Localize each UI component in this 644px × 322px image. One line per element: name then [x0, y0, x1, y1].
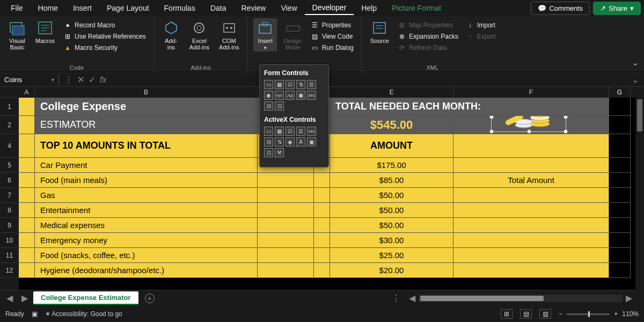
form-label-control[interactable]: xyz	[275, 91, 284, 100]
cell-item[interactable]: Medical expenses	[35, 218, 258, 233]
zoom-in-button[interactable]: +	[614, 310, 618, 318]
addins-button[interactable]: Add- ins	[159, 18, 183, 52]
page-layout-button[interactable]: ▤	[520, 309, 532, 319]
view-code-button[interactable]: ▤View Code	[309, 32, 356, 41]
fx-icon[interactable]: fx	[100, 75, 106, 85]
cell[interactable]	[19, 173, 35, 188]
coins-image[interactable]	[502, 116, 561, 134]
form-combo2-control[interactable]: ⊟	[264, 101, 273, 111]
cancel-icon[interactable]: ✕	[77, 75, 84, 85]
cell[interactable]	[314, 188, 330, 203]
form-edit-control[interactable]: ab|	[307, 91, 316, 100]
cell[interactable]	[453, 158, 609, 173]
enter-icon[interactable]: ✓	[89, 75, 96, 85]
cell[interactable]	[314, 233, 330, 248]
cell-amount[interactable]: $50.00	[330, 188, 453, 203]
cell[interactable]	[453, 134, 609, 158]
cell[interactable]	[609, 116, 631, 134]
cell[interactable]	[609, 158, 631, 173]
menu-help[interactable]: Help	[354, 2, 384, 14]
cell[interactable]	[453, 188, 609, 203]
form-option-control[interactable]: ◉	[264, 91, 273, 100]
ax-spin-control[interactable]: ⇅	[275, 137, 284, 147]
macros-button[interactable]: Macros	[32, 18, 58, 45]
menu-insert[interactable]: Insert	[65, 2, 99, 14]
cell-amount[interactable]: $85.00	[330, 173, 453, 188]
ax-option-control[interactable]: ◉	[286, 137, 295, 147]
cell[interactable]	[19, 263, 35, 278]
cell-item[interactable]: Food (snacks, coffee, etc.)	[35, 248, 258, 263]
formula-input[interactable]	[112, 73, 626, 86]
cell-amount[interactable]: $50.00	[330, 218, 453, 233]
macro-record-icon[interactable]: ▣	[32, 310, 38, 318]
zoom-out-button[interactable]: −	[559, 310, 562, 318]
tab-nav-next[interactable]: ▶	[18, 293, 31, 303]
cell-amount[interactable]: $30.00	[330, 233, 453, 248]
cell[interactable]	[314, 203, 330, 218]
zoom-slider[interactable]	[567, 313, 610, 315]
row-header[interactable]: 12	[0, 263, 19, 278]
form-groupbox-control[interactable]: ▣	[296, 91, 305, 100]
cell-estimator[interactable]: ESTIMATOR	[35, 116, 258, 134]
cell-item[interactable]: Gas	[35, 188, 258, 203]
run-dialog-button[interactable]: ▭Run Dialog	[309, 43, 356, 53]
cell[interactable]	[314, 263, 330, 278]
visual-basic-button[interactable]: Visual Basic	[5, 18, 29, 52]
expansion-packs-button[interactable]: ⊕Expansion Packs	[396, 32, 460, 41]
cell[interactable]	[609, 203, 631, 218]
dots-icon[interactable]: ⋮	[64, 75, 73, 85]
cell[interactable]	[609, 233, 631, 248]
design-mode-button[interactable]: Design Mode	[280, 18, 305, 52]
accessibility-status[interactable]: ✶ Accessibility: Good to go	[45, 310, 122, 318]
cell-item[interactable]: Entertainment	[35, 203, 258, 218]
ax-checkbox-control[interactable]: ☑	[286, 127, 295, 136]
cell[interactable]	[19, 98, 35, 116]
menu-picture-format[interactable]: Picture Format	[384, 2, 449, 14]
cell[interactable]	[453, 248, 609, 263]
cell-item[interactable]: Car Payment	[35, 158, 258, 173]
cell[interactable]	[258, 188, 314, 203]
form-scrollbar-control[interactable]: ⊡	[275, 101, 284, 111]
ax-button-control[interactable]: ▭	[264, 127, 273, 136]
expand-formula-icon[interactable]: ⌄	[626, 75, 644, 85]
cell[interactable]	[258, 263, 314, 278]
ax-image-control[interactable]: ▣	[307, 137, 316, 147]
cell[interactable]	[609, 134, 631, 158]
form-spinner-control[interactable]: ⇅	[296, 80, 305, 89]
com-addins-button[interactable]: COM Add-ins	[216, 18, 242, 52]
normal-view-button[interactable]: ⊞	[501, 309, 513, 319]
cell-amount-header[interactable]: AMOUNT	[330, 134, 453, 158]
row-header[interactable]: 2	[0, 116, 19, 134]
insert-control-button[interactable]: Insert▾	[253, 18, 277, 52]
cell[interactable]	[314, 173, 330, 188]
ax-combo-control[interactable]: ▦	[275, 127, 284, 136]
menu-file[interactable]: File	[3, 2, 31, 14]
cell[interactable]	[19, 116, 35, 134]
cell-item[interactable]: Food (main meals)	[35, 173, 258, 188]
cell-amount[interactable]: $50.00	[330, 203, 453, 218]
row-header[interactable]: 1	[0, 98, 19, 116]
cell-item[interactable]: Hygiene (deodorant/shampoo/etc.)	[35, 263, 258, 278]
horizontal-scrollbar[interactable]: ⋮ ◀ ▶	[157, 293, 641, 303]
cell-amount[interactable]: $25.00	[330, 248, 453, 263]
cell[interactable]	[258, 233, 314, 248]
page-break-button[interactable]: ▥	[539, 309, 551, 319]
ax-label-control[interactable]: A	[296, 137, 305, 147]
cell-title[interactable]: College Expense	[35, 98, 258, 116]
ax-textbox-control[interactable]: ab|	[307, 127, 316, 136]
macro-security-button[interactable]: ▲Macro Security	[61, 43, 148, 53]
menu-developer[interactable]: Developer	[305, 1, 354, 15]
menu-formulas[interactable]: Formulas	[157, 2, 203, 14]
menu-page-layout[interactable]: Page Layout	[99, 2, 157, 14]
form-checkbox-control[interactable]: ☑	[286, 80, 295, 89]
cell-amount[interactable]: $20.00	[330, 263, 453, 278]
image-selection[interactable]	[491, 116, 566, 132]
cell[interactable]	[19, 158, 35, 173]
col-header[interactable]: E	[330, 87, 453, 98]
form-listbox-control[interactable]: ☰	[307, 80, 316, 89]
cell[interactable]	[19, 248, 35, 263]
cell[interactable]	[19, 218, 35, 233]
map-properties-button[interactable]: ⊞Map Properties	[396, 20, 460, 30]
zoom-control[interactable]: − + 110%	[559, 310, 639, 318]
name-box[interactable]: Coins▾	[0, 75, 59, 85]
